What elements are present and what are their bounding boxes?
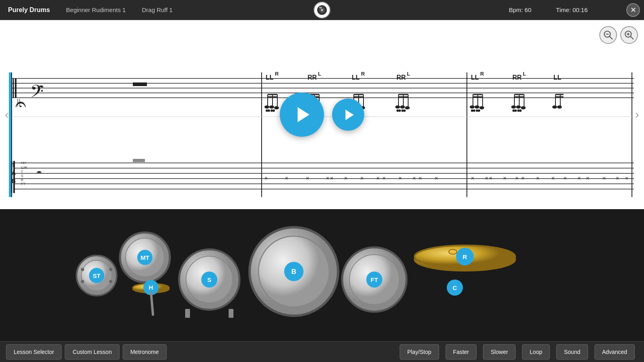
svg-text:×: × [471, 175, 474, 181]
svg-text:L: L [523, 71, 526, 77]
svg-point-73 [405, 106, 410, 109]
svg-text:×: × [603, 175, 606, 181]
svg-line-163 [630, 36, 634, 39]
svg-text:LL: LL [553, 74, 561, 81]
lesson-selector-button[interactable]: Lesson Selector [6, 344, 62, 360]
svg-point-2 [321, 9, 323, 11]
svg-point-101 [521, 106, 526, 109]
svg-text:FT: FT [371, 276, 378, 283]
svg-point-89 [473, 109, 475, 112]
svg-text:RR: RR [512, 74, 522, 81]
svg-point-173 [109, 268, 112, 271]
svg-text:×: × [564, 175, 567, 181]
svg-text:RR: RR [396, 74, 406, 81]
svg-text:×: × [578, 175, 581, 181]
svg-text:C/R: C/R [21, 166, 27, 170]
svg-text:LL: LL [352, 74, 360, 81]
close-button[interactable]: ✕ [626, 3, 640, 17]
svg-point-31 [274, 106, 279, 109]
svg-text:×: × [382, 175, 386, 181]
svg-text:×: × [326, 175, 329, 181]
kit-container: ST MT H S [0, 209, 644, 318]
svg-rect-113 [133, 159, 145, 162]
playback-controls [280, 93, 364, 137]
svg-text:×: × [551, 175, 555, 181]
svg-text:×: × [398, 175, 402, 181]
next-measure-button[interactable]: › [631, 105, 643, 125]
svg-point-99 [511, 105, 516, 109]
svg-text:L: L [407, 71, 410, 77]
svg-rect-21 [133, 82, 147, 86]
svg-point-85 [470, 105, 475, 109]
svg-text:C: C [453, 284, 457, 291]
app-title: Purely Drums [8, 6, 50, 14]
svg-text:×: × [586, 175, 589, 181]
svg-point-105 [519, 109, 522, 112]
svg-text:H: H [149, 284, 153, 291]
svg-point-87 [479, 106, 484, 109]
metronome-button[interactable]: Metronome [123, 344, 167, 360]
svg-text:×: × [330, 175, 333, 181]
svg-text:×: × [515, 175, 518, 181]
custom-lesson-button[interactable]: Custom Lesson [65, 344, 119, 360]
svg-point-72 [400, 105, 405, 109]
svg-point-30 [269, 105, 274, 109]
svg-point-103 [514, 109, 517, 112]
svg-text:×: × [616, 175, 619, 181]
svg-text:PD: PD [319, 6, 322, 9]
svg-point-75 [398, 109, 401, 112]
zoom-in-button[interactable] [620, 26, 638, 44]
svg-text:L: L [318, 71, 321, 77]
footer: Lesson Selector Custom Lesson Metronome … [0, 341, 644, 362]
svg-text:RR: RR [308, 74, 317, 81]
zoom-out-button[interactable] [599, 26, 617, 44]
advanced-button[interactable]: Advanced [594, 344, 635, 360]
svg-text:×: × [521, 175, 524, 181]
loop-button[interactable]: Loop [522, 344, 550, 360]
svg-text:LL: LL [266, 74, 274, 81]
lesson-name: Beginner Rudiments 1 [66, 6, 126, 13]
svg-text:LL: LL [471, 74, 479, 81]
play-stop-button[interactable]: Play/Stop [400, 344, 439, 360]
svg-text:×: × [360, 175, 363, 181]
svg-text:||: || [17, 97, 21, 107]
svg-point-111 [552, 105, 557, 109]
svg-text:S: S [21, 174, 23, 178]
svg-text:R: R [361, 71, 365, 77]
svg-point-29 [264, 105, 269, 109]
time-display: Time: 00:16 [556, 6, 588, 13]
drum-kit-area: ST MT H S [0, 209, 644, 318]
svg-point-175 [109, 280, 112, 283]
svg-text:ST: ST [93, 272, 100, 279]
svg-text:×: × [625, 175, 628, 181]
zoom-controls [599, 26, 638, 44]
svg-text:×: × [306, 175, 309, 181]
svg-point-203 [449, 249, 457, 254]
sheet-music-area: 𝄐 𝄢 || 𝄼 LL R RR L [0, 20, 644, 209]
sound-button[interactable]: Sound [556, 344, 588, 360]
svg-text:R: R [463, 253, 467, 260]
header: Purely Drums Beginner Rudiments 1 Drag R… [0, 0, 644, 20]
app-logo: PD [314, 2, 330, 19]
faster-button[interactable]: Faster [446, 344, 477, 360]
svg-text:×: × [489, 175, 492, 181]
svg-text:×: × [503, 175, 506, 181]
svg-point-112 [557, 105, 562, 109]
svg-marker-167 [345, 109, 353, 120]
svg-point-33 [268, 109, 270, 112]
previous-measure-button[interactable]: ‹ [1, 105, 13, 125]
secondary-play-button[interactable] [332, 99, 364, 131]
slower-button[interactable]: Slower [483, 344, 516, 360]
drum-kit-svg: ST MT H S [0, 209, 644, 318]
svg-text:B: B [291, 268, 296, 276]
svg-text:S: S [207, 276, 211, 283]
svg-point-172 [81, 268, 84, 271]
svg-rect-189 [185, 309, 190, 318]
svg-point-77 [403, 109, 406, 112]
main-play-button[interactable] [280, 93, 324, 137]
svg-text:×: × [536, 175, 539, 181]
svg-text:×: × [264, 175, 268, 181]
svg-text:×: × [344, 175, 347, 181]
exercise-name: Drag Ruff 1 [142, 6, 172, 13]
svg-point-35 [272, 109, 275, 112]
